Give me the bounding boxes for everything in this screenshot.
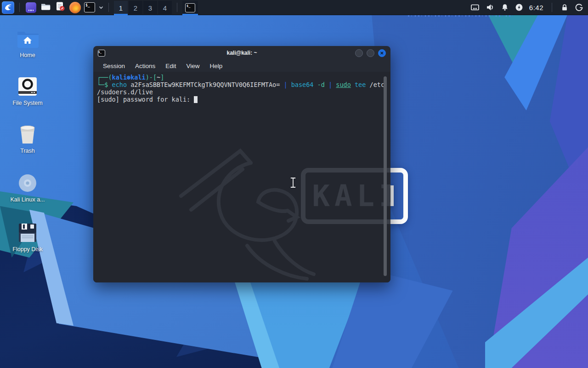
taskbar-item-terminal[interactable]: $_ xyxy=(182,1,198,15)
window-terminal-icon: $_ xyxy=(98,50,105,57)
power-manager-icon[interactable] xyxy=(515,3,523,12)
close-button[interactable]: ✕ xyxy=(378,49,386,57)
log-out-icon[interactable] xyxy=(575,3,583,12)
kali-logo-watermark: KALI xyxy=(301,168,390,224)
desktop-icon-trash[interactable]: Trash xyxy=(4,121,51,154)
clock[interactable]: 6:42 xyxy=(529,4,543,12)
chevron-down-icon[interactable] xyxy=(99,5,103,10)
terminal-output: ┌──(kali⊛kali)-[~]└─$ echo a2FsaSBBTEw9K… xyxy=(93,72,390,105)
terminal-content[interactable]: KALI ┌──(kali⊛kali)-[~]└─$ echo a2FsaSBB… xyxy=(93,72,390,282)
firefox-icon xyxy=(69,2,81,13)
terminal-line: /sudoers.d/live xyxy=(97,88,387,96)
desktop-icon-label: Home xyxy=(4,52,51,58)
menu-actions[interactable]: Actions xyxy=(130,63,160,69)
workspace-1[interactable]: 1 xyxy=(114,1,128,15)
folder-icon xyxy=(40,1,51,14)
menu-help[interactable]: Help xyxy=(205,63,228,69)
minimize-button[interactable] xyxy=(355,49,363,57)
menu-session[interactable]: Session xyxy=(98,63,130,69)
terminal-line: [sudo] password for kali: xyxy=(97,96,387,103)
terminal-line: └─$ echo a2FsaSBBTEw9KEFMTCkgTk9QQVNTV0Q… xyxy=(97,81,387,88)
notifications-bell-icon[interactable] xyxy=(501,3,509,12)
kali-menu-button[interactable] xyxy=(2,1,14,14)
desktop-icon-floppy-disk[interactable]: Floppy Disk xyxy=(4,220,51,253)
desktop-icon-label: Floppy Disk xyxy=(4,246,51,253)
text-editor-launcher[interactable] xyxy=(54,1,66,13)
terminal-launcher[interactable]: $_ xyxy=(84,1,96,13)
terminal-window: $_ kali@kali: ~ ✕ Session Actions Edit V… xyxy=(93,46,390,282)
terminal-scrollbar[interactable] xyxy=(384,76,387,276)
workspace-3[interactable]: 3 xyxy=(143,1,157,15)
firefox-launcher[interactable] xyxy=(69,1,81,13)
window-titlebar[interactable]: $_ kali@kali: ~ ✕ xyxy=(93,46,390,60)
desktop-icon-label: Kali Linux a... xyxy=(4,196,51,203)
maximize-button[interactable] xyxy=(367,49,374,57)
top-panel: $_ 1 2 3 4 $_ xyxy=(0,0,588,15)
desktop-icon-label: Trash xyxy=(4,148,51,154)
kali-dragon-watermark xyxy=(178,136,321,282)
desktop-icon-label: File System xyxy=(4,100,51,106)
terminal-icon: $_ xyxy=(185,3,195,12)
window-title: kali@kali: ~ xyxy=(93,50,390,56)
volume-icon[interactable] xyxy=(486,3,495,12)
workspace-pager: 1 2 3 4 xyxy=(114,0,172,15)
window-manager-launcher[interactable] xyxy=(25,1,37,13)
menu-view[interactable]: View xyxy=(181,63,205,69)
lock-screen-icon[interactable] xyxy=(560,3,569,12)
desktop-icon-kali-linux[interactable]: Kali Linux a... xyxy=(4,170,51,203)
panel-separator xyxy=(108,3,109,12)
workspace-2[interactable]: 2 xyxy=(129,1,142,15)
hard-drive-icon xyxy=(4,74,51,97)
home-folder-icon xyxy=(4,26,51,49)
panel-separator xyxy=(552,3,552,12)
optical-disc-icon xyxy=(4,170,51,193)
ethernet-network-icon[interactable] xyxy=(470,3,480,12)
window-manager-icon xyxy=(26,2,36,13)
file-manager-launcher[interactable] xyxy=(40,1,51,13)
desktop-root: KALI xyxy=(0,0,588,368)
mouse-ibeam-cursor xyxy=(289,177,297,190)
panel-separator xyxy=(177,3,177,12)
desktop-icon-home[interactable]: Home xyxy=(4,26,51,58)
menu-edit[interactable]: Edit xyxy=(160,63,181,69)
desktop-icon-file-system[interactable]: File System xyxy=(4,74,51,106)
terminal-line: ┌──(kali⊛kali)-[~] xyxy=(97,74,387,81)
floppy-disk-icon xyxy=(4,220,51,243)
terminal-icon: $_ xyxy=(84,2,95,12)
terminal-menubar: Session Actions Edit View Help xyxy=(93,60,390,72)
document-edit-icon xyxy=(55,1,66,14)
panel-separator xyxy=(19,3,20,12)
kali-dragon-icon xyxy=(4,2,12,13)
trash-bucket-icon xyxy=(4,121,51,144)
workspace-4[interactable]: 4 xyxy=(158,1,172,15)
